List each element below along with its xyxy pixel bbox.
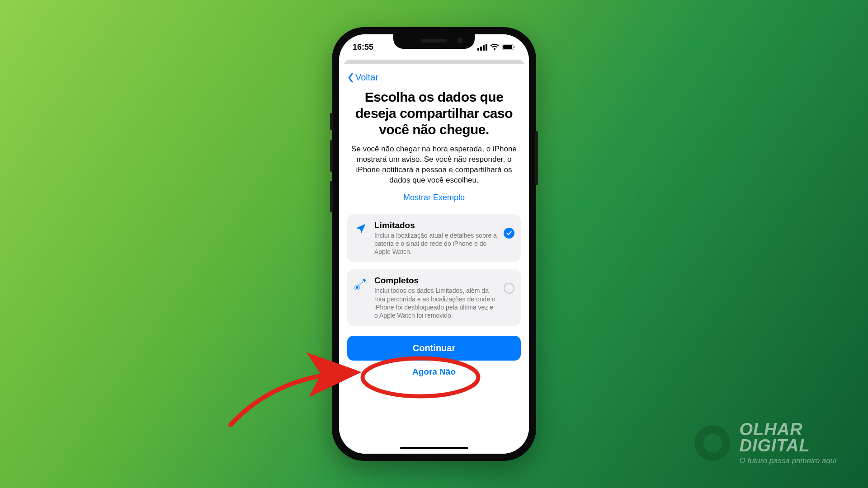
watermark-brand-l1: OLHAR xyxy=(740,421,837,437)
phone-frame: 16:55 Voltar Escolha os dados xyxy=(332,27,536,461)
phone-notch xyxy=(393,34,475,49)
tutorial-stage: 16:55 Voltar Escolha os dados xyxy=(0,0,868,488)
phone-volume-down xyxy=(330,181,333,212)
route-icon xyxy=(354,277,368,291)
phone-mute-switch xyxy=(330,113,333,130)
svg-point-3 xyxy=(356,286,359,289)
options-list: Limitados Inclui a localização atual e d… xyxy=(347,214,521,326)
radio-unselected-icon xyxy=(504,283,514,294)
option-description: Inclui todos os dados Limitados, além da… xyxy=(374,286,497,319)
page-description: Se você não chegar na hora esperada, o i… xyxy=(347,144,521,186)
phone-screen: 16:55 Voltar Escolha os dados xyxy=(339,34,529,454)
watermark: OLHAR DIGITAL O futuro passa primeiro aq… xyxy=(693,421,837,465)
not-now-button[interactable]: Agora Não xyxy=(347,367,521,377)
battery-icon xyxy=(502,44,515,50)
back-label: Voltar xyxy=(355,72,378,83)
option-description: Inclui a localização atual e detalhes so… xyxy=(374,231,497,256)
status-time: 16:55 xyxy=(353,42,373,52)
svg-rect-2 xyxy=(514,46,514,48)
phone-side-button xyxy=(535,131,538,185)
watermark-tagline: O futuro passa primeiro aqui xyxy=(740,456,837,465)
chevron-left-icon xyxy=(347,73,354,83)
phone-volume-up xyxy=(330,140,333,172)
continue-button[interactable]: Continuar xyxy=(347,336,521,361)
page-title: Escolha os dados que deseja compartilhar… xyxy=(347,86,521,144)
back-button[interactable]: Voltar xyxy=(347,71,378,86)
cellular-signal-icon xyxy=(477,44,487,51)
option-title: Limitados xyxy=(374,221,497,230)
home-indicator[interactable] xyxy=(400,447,468,449)
checkmark-selected-icon xyxy=(504,228,514,239)
option-full[interactable]: Completos Inclui todos os dados Limitado… xyxy=(347,269,521,326)
status-indicators xyxy=(477,44,515,51)
wifi-icon xyxy=(490,44,499,50)
watermark-brand-l2: DIGITAL xyxy=(740,437,837,454)
location-arrow-icon xyxy=(354,221,368,236)
option-title: Completos xyxy=(374,276,497,286)
option-limited[interactable]: Limitados Inclui a localização atual e d… xyxy=(347,214,521,263)
modal-sheet: Voltar Escolha os dados que deseja compa… xyxy=(339,64,529,454)
show-example-link[interactable]: Mostrar Exemplo xyxy=(347,193,521,202)
svg-rect-1 xyxy=(503,45,512,49)
watermark-ring-icon xyxy=(693,424,731,462)
